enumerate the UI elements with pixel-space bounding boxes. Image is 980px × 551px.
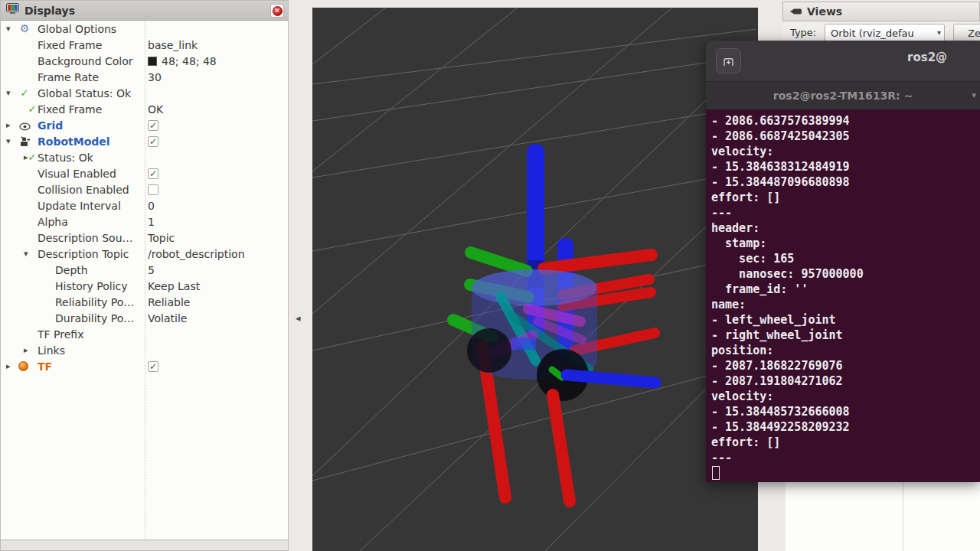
checkbox-robotmodel[interactable]: ✓ (148, 136, 158, 147)
color-swatch (148, 57, 157, 66)
displays-panel-titlebar[interactable]: Displays ✕ (1, 1, 288, 21)
views-list-divider (903, 482, 903, 551)
tree-row-tf[interactable]: ▸TF✓ (1, 359, 288, 375)
property-value[interactable]: 5 (148, 264, 155, 276)
property-label: Links (38, 344, 65, 357)
views-list-area[interactable] (786, 482, 980, 551)
chevron-down-icon: ▾ (937, 28, 941, 37)
new-tab-button[interactable] (716, 48, 741, 73)
tree-row-grid[interactable]: ▸Grid✓ (1, 118, 288, 134)
property-label: RobotModel (38, 135, 110, 148)
property-value[interactable]: 30 (148, 71, 162, 83)
tree-row-alpha[interactable]: Alpha1 (1, 214, 288, 230)
collapse-arrow-icon[interactable]: ▾ (24, 249, 28, 259)
check-icon: ✓ (18, 87, 31, 99)
property-label: Background Color (38, 55, 133, 67)
property-label: Alpha (38, 216, 68, 228)
tree-row-reliability-po[interactable]: Reliability Po…Reliable (1, 295, 288, 311)
property-label: Description Topic (38, 248, 129, 260)
terminal-window-title: ros2@ (907, 51, 947, 64)
tree-row-links[interactable]: ▸Links (1, 343, 288, 359)
tree-row-fixed-frame[interactable]: ✓Fixed FrameOK (1, 102, 288, 118)
checkbox-tf[interactable]: ✓ (148, 361, 158, 372)
tree-row-fixed-frame[interactable]: Fixed Framebase_link (1, 37, 288, 54)
tree-row-frame-rate[interactable]: Frame Rate30 (1, 70, 288, 86)
gear-icon: ⚙ (18, 22, 31, 34)
property-value[interactable]: Topic (148, 232, 175, 244)
terminal-body[interactable]: - 2086.6637576389994 - 2086.668742504230… (706, 109, 980, 482)
property-label: Status: Ok (38, 152, 93, 164)
expand-arrow-icon[interactable]: ▸ (6, 361, 11, 371)
views-type-row: Type: Orbit (rviz_defau ▾ Ze (782, 21, 980, 43)
property-value[interactable]: Volatile (148, 312, 187, 324)
robot-icon (18, 135, 31, 148)
terminal-tabbar: ros2@ros2-TM1613R: ~ ▾ (706, 82, 980, 109)
tab-list-chevron-icon[interactable]: ▾ (972, 90, 976, 100)
property-label: Depth (55, 264, 88, 276)
property-label: Global Options (38, 23, 116, 35)
tree-row-durability-po[interactable]: Durability Po…Volatile (1, 311, 288, 327)
camera-icon (789, 5, 802, 19)
property-value[interactable]: /robot_description (148, 248, 245, 260)
property-label: History Policy (55, 280, 128, 292)
collapse-arrow-icon[interactable]: ▾ (6, 24, 11, 34)
property-value[interactable]: 0 (148, 200, 155, 212)
displays-monitor-icon (6, 3, 19, 18)
terminal-headerbar[interactable]: ros2@ (706, 41, 980, 82)
expand-arrow-icon[interactable]: ▸ (24, 345, 28, 355)
tree-row-tf-prefix[interactable]: TF Prefix (1, 327, 288, 343)
tree-row-global-status-ok[interactable]: ▾✓Global Status: Ok (1, 86, 288, 102)
displays-close-button[interactable]: ✕ (270, 4, 284, 18)
tree-row-background-color[interactable]: Background Color48; 48; 48 (1, 54, 288, 70)
displays-tree: ▾⚙Global OptionsFixed Framebase_linkBack… (1, 21, 288, 375)
displays-panel-title: Displays (24, 5, 75, 17)
collapse-arrow-icon[interactable]: ▾ (6, 88, 11, 98)
tree-row-global-options[interactable]: ▾⚙Global Options (1, 21, 288, 37)
tree-row-status-ok[interactable]: ▸✓Status: Ok (1, 150, 288, 166)
rviz-window: Displays ✕ ▾⚙Global OptionsFixed Frameba… (0, 0, 980, 551)
terminal-window: ros2@ ros2@ros2-TM1613R: ~ ▾ - 2086.6637… (706, 41, 980, 482)
new-tab-icon (722, 55, 735, 67)
views-panel-title: Views (807, 5, 842, 18)
property-label: Description Sou… (38, 232, 133, 244)
tree-row-robotmodel[interactable]: ▾RobotModel✓ (1, 134, 288, 150)
property-value[interactable]: 48; 48; 48 (162, 55, 217, 67)
collapse-arrow-icon[interactable]: ▾ (6, 136, 11, 146)
property-label: Fixed Frame (38, 39, 102, 51)
type-label: Type: (790, 27, 816, 38)
property-value[interactable]: 1 (148, 216, 155, 228)
tree-row-description-sou[interactable]: Description Sou…Topic (1, 230, 288, 246)
panel-collapse-arrow-icon[interactable]: ◂ (296, 312, 301, 324)
checkbox-collision-enabled[interactable] (148, 184, 158, 195)
property-label: Grid (38, 119, 63, 132)
tree-row-update-interval[interactable]: Update Interval0 (1, 198, 288, 214)
tree-row-description-topic[interactable]: ▾Description Topic/robot_description (1, 246, 288, 262)
property-value[interactable]: Keep Last (148, 280, 200, 292)
views-panel-titlebar[interactable]: Views (782, 2, 980, 21)
property-value[interactable]: Reliable (148, 296, 190, 308)
displays-bottom-toolbar (1, 540, 288, 550)
checkbox-grid[interactable]: ✓ (148, 120, 158, 131)
expand-arrow-icon[interactable]: ▸ (6, 120, 11, 130)
displays-panel: Displays ✕ ▾⚙Global OptionsFixed Frameba… (0, 0, 289, 551)
property-value[interactable]: OK (148, 103, 163, 116)
3d-scene (312, 8, 758, 551)
check-icon: ✓ (26, 152, 38, 164)
check-icon: ✓ (26, 103, 38, 116)
3d-viewport[interactable] (312, 8, 758, 551)
terminal-output: - 2086.6637576389994 - 2086.668742504230… (711, 113, 864, 465)
property-label: Global Status: Ok (38, 87, 131, 99)
property-label: Reliability Po… (55, 296, 134, 308)
property-label: Durability Po… (55, 312, 134, 324)
tree-row-visual-enabled[interactable]: Visual Enabled✓ (1, 166, 288, 182)
close-icon: ✕ (273, 6, 283, 16)
terminal-tab[interactable]: ros2@ros2-TM1613R: ~ (706, 90, 980, 102)
zero-button-label: Ze (968, 28, 980, 39)
robot-model (453, 144, 655, 501)
property-value[interactable]: base_link (148, 39, 198, 51)
checkbox-visual-enabled[interactable]: ✓ (148, 168, 158, 179)
property-label: TF Prefix (38, 328, 83, 341)
tree-row-collision-enabled[interactable]: Collision Enabled (1, 182, 288, 198)
tree-row-history-policy[interactable]: History PolicyKeep Last (1, 279, 288, 295)
tree-row-depth[interactable]: Depth5 (1, 262, 288, 279)
